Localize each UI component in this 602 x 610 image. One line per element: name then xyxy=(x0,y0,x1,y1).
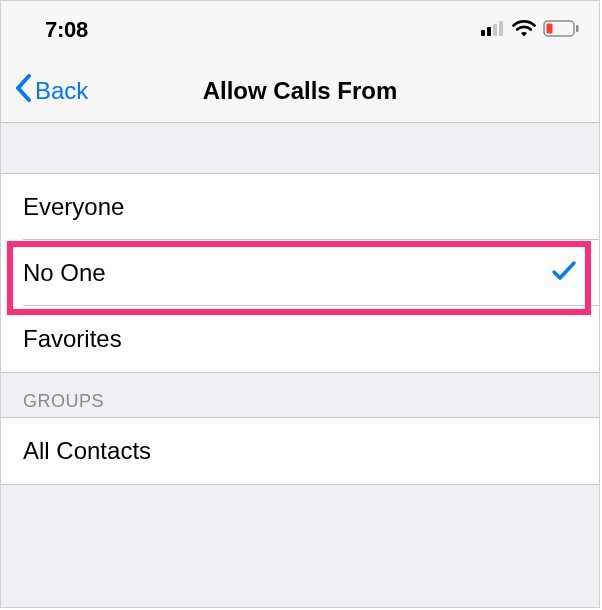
status-icons xyxy=(481,19,579,41)
battery-low-icon xyxy=(543,20,579,41)
option-favorites[interactable]: Favorites xyxy=(1,306,599,372)
screen: 7:08 xyxy=(0,0,600,608)
chevron-left-icon xyxy=(15,74,33,108)
checkmark-icon xyxy=(551,260,577,286)
section-spacer xyxy=(1,123,599,173)
wifi-icon xyxy=(512,19,536,41)
groups-header: GROUPS xyxy=(1,373,599,417)
svg-rect-5 xyxy=(547,23,553,33)
option-no-one[interactable]: No One xyxy=(1,240,599,306)
svg-rect-0 xyxy=(481,30,485,36)
option-all-contacts[interactable]: All Contacts xyxy=(1,418,599,484)
status-bar: 7:08 xyxy=(1,1,599,59)
option-label: All Contacts xyxy=(23,437,151,465)
svg-rect-6 xyxy=(576,25,579,32)
option-label: Everyone xyxy=(23,193,124,221)
groups-section: All Contacts xyxy=(1,417,599,485)
svg-rect-1 xyxy=(487,27,491,36)
option-label: Favorites xyxy=(23,325,122,353)
back-button[interactable]: Back xyxy=(15,74,88,108)
page-title: Allow Calls From xyxy=(1,77,599,105)
option-label: No One xyxy=(23,259,106,287)
nav-bar: Back Allow Calls From xyxy=(1,59,599,123)
allow-calls-options: Everyone No One Favorites xyxy=(1,173,599,373)
option-everyone[interactable]: Everyone xyxy=(1,174,599,240)
back-label: Back xyxy=(35,77,88,105)
status-time: 7:08 xyxy=(45,17,88,43)
cell-signal-icon xyxy=(481,20,505,40)
svg-rect-3 xyxy=(499,21,503,36)
svg-rect-2 xyxy=(493,24,497,36)
